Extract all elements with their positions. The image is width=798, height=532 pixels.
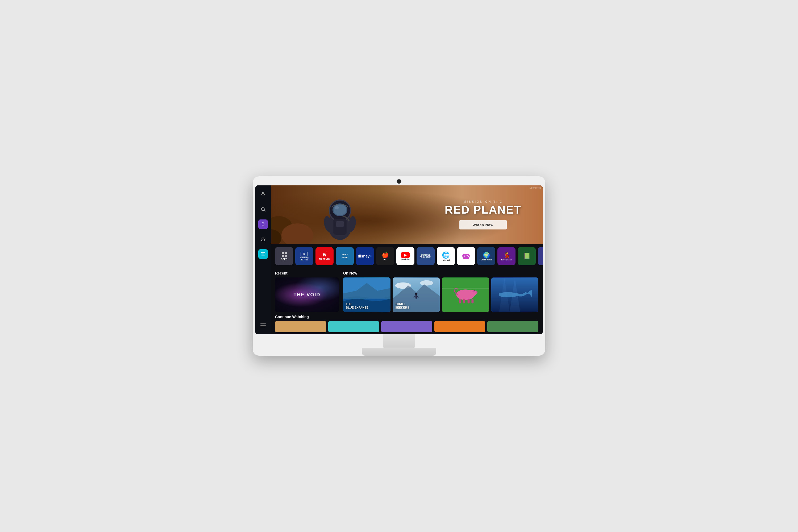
continue-thumb-2[interactable] bbox=[328, 321, 379, 332]
svg-rect-49 bbox=[468, 299, 470, 304]
on-now-ocean[interactable] bbox=[491, 278, 539, 312]
on-now-section: On Now bbox=[343, 271, 538, 312]
svg-rect-39 bbox=[415, 295, 417, 299]
svg-point-5 bbox=[263, 224, 263, 224]
monitor-stand bbox=[255, 334, 543, 356]
watch-now-button[interactable]: Watch Now bbox=[459, 220, 507, 230]
continue-thumb-1[interactable] bbox=[275, 321, 326, 332]
svg-point-37 bbox=[420, 280, 433, 286]
thrill-seekers-label: THRILLSEEKERS bbox=[395, 302, 410, 309]
app-tile-prime[interactable]: primevideo bbox=[336, 247, 354, 265]
recent-section: Recent THE VOID bbox=[275, 271, 339, 312]
on-now-row: THEBLUE EXPANSE bbox=[343, 278, 538, 312]
recent-void-title: THE VOID bbox=[293, 292, 320, 298]
app-label-internet: Internet bbox=[442, 259, 450, 261]
app-tile-netflix[interactable]: N NETFLIX bbox=[316, 247, 334, 265]
gamepad-sidebar-icon[interactable] bbox=[258, 234, 268, 244]
app-tile-internet[interactable]: 🌐 Internet bbox=[437, 247, 455, 265]
app-tile-lets-dance[interactable]: 💃 Let's Dance bbox=[497, 247, 515, 265]
apps-row: APPS SamsungTV Plus N NETFLIX bbox=[275, 247, 538, 265]
app-tile-book[interactable]: 📗 bbox=[518, 247, 536, 265]
apps-section: APPS SamsungTV Plus N NETFLIX bbox=[271, 244, 543, 268]
continue-watching-section: Continue Watching bbox=[275, 315, 538, 332]
blue-expanse-label: THEBLUE EXPANSE bbox=[346, 302, 368, 309]
svg-point-30 bbox=[467, 255, 468, 256]
svg-point-9 bbox=[264, 239, 265, 240]
on-now-header: On Now bbox=[343, 271, 538, 275]
svg-point-38 bbox=[415, 293, 417, 295]
main-content: MISSION ON THE RED PLANET Watch Now Spon… bbox=[271, 185, 543, 334]
app-tile-samsung-tv[interactable]: SamsungTV Plus bbox=[295, 247, 314, 265]
svg-rect-22 bbox=[336, 221, 344, 227]
app-label-netflix: NETFLIX bbox=[319, 258, 330, 260]
stand-base bbox=[362, 348, 436, 356]
continue-watching-header: Continue Watching bbox=[275, 315, 538, 319]
svg-marker-27 bbox=[304, 253, 306, 255]
svg-point-1 bbox=[261, 208, 264, 211]
sponsored-label: Sponsored bbox=[529, 187, 541, 189]
screen-bezel: MISSION ON THE RED PLANET Watch Now Spon… bbox=[255, 185, 543, 334]
remote-icon[interactable] bbox=[258, 220, 268, 229]
svg-point-25 bbox=[335, 206, 339, 209]
svg-point-20 bbox=[334, 205, 346, 215]
svg-point-53 bbox=[476, 292, 476, 292]
recent-header: Recent bbox=[275, 271, 339, 275]
app-tile-youtube[interactable]: ▶ YouTube bbox=[396, 247, 414, 265]
search-icon[interactable] bbox=[258, 205, 268, 214]
content-area: Recent THE VOID On Now bbox=[271, 268, 543, 334]
tv-plus-sidebar-icon[interactable] bbox=[258, 249, 268, 259]
profile-icon[interactable] bbox=[258, 190, 268, 199]
hero-astronaut bbox=[319, 191, 361, 244]
on-now-blue-expanse[interactable]: THEBLUE EXPANSE bbox=[343, 278, 391, 312]
app-label-samsung: SamsungTV Plus bbox=[300, 257, 308, 261]
continue-thumb-3[interactable] bbox=[381, 321, 432, 332]
app-label-global-news: Global News bbox=[481, 259, 492, 261]
svg-rect-50 bbox=[471, 299, 474, 304]
svg-rect-47 bbox=[459, 299, 461, 304]
menu-icon[interactable] bbox=[258, 321, 268, 330]
hero-banner: MISSION ON THE RED PLANET Watch Now Spon… bbox=[271, 185, 543, 244]
monitor-outer: MISSION ON THE RED PLANET Watch Now Spon… bbox=[253, 176, 545, 356]
continue-thumb-5[interactable] bbox=[487, 321, 538, 332]
hero-title: RED PLANET bbox=[445, 204, 521, 215]
on-now-animal[interactable] bbox=[442, 278, 489, 312]
app-label-appletv: tv+ bbox=[384, 259, 387, 261]
svg-rect-0 bbox=[262, 195, 265, 195]
recent-on-now-row: Recent THE VOID On Now bbox=[275, 271, 538, 312]
app-tile-apps[interactable]: APPS bbox=[275, 247, 293, 265]
svg-line-2 bbox=[264, 210, 265, 212]
webcam bbox=[397, 179, 401, 184]
svg-marker-11 bbox=[263, 253, 264, 255]
app-tile-gamepad[interactable] bbox=[457, 247, 475, 265]
app-label-apps: APPS bbox=[281, 258, 288, 261]
on-now-thrill-seekers[interactable]: THRILLSEEKERS bbox=[393, 278, 440, 312]
app-tile-samsung-promo[interactable]: SAMSUNGPROMOTION bbox=[417, 247, 435, 265]
svg-point-54 bbox=[477, 292, 477, 292]
continue-watching-row bbox=[275, 321, 538, 332]
app-label-youtube: YouTube bbox=[401, 258, 410, 261]
app-tile-kids[interactable]: BCD KIDS bbox=[538, 247, 543, 265]
continue-thumb-4[interactable] bbox=[434, 321, 486, 332]
tv-ui: MISSION ON THE RED PLANET Watch Now Spon… bbox=[255, 185, 543, 334]
app-tile-global-news[interactable]: 🌍 Global News bbox=[477, 247, 495, 265]
app-label-lets-dance: Let's Dance bbox=[501, 259, 512, 261]
app-tile-appletv[interactable]: 🍎 tv+ bbox=[376, 247, 394, 265]
hero-text-block: MISSION ON THE RED PLANET Watch Now bbox=[445, 200, 521, 230]
svg-point-31 bbox=[468, 256, 469, 257]
stand-neck bbox=[383, 334, 415, 348]
hero-subtitle: MISSION ON THE bbox=[445, 200, 521, 203]
svg-point-51 bbox=[474, 290, 475, 291]
app-tile-disney[interactable]: disney+ bbox=[356, 247, 374, 265]
recent-void-thumb[interactable]: THE VOID bbox=[275, 278, 339, 312]
sidebar bbox=[255, 185, 271, 334]
svg-rect-48 bbox=[463, 299, 465, 304]
